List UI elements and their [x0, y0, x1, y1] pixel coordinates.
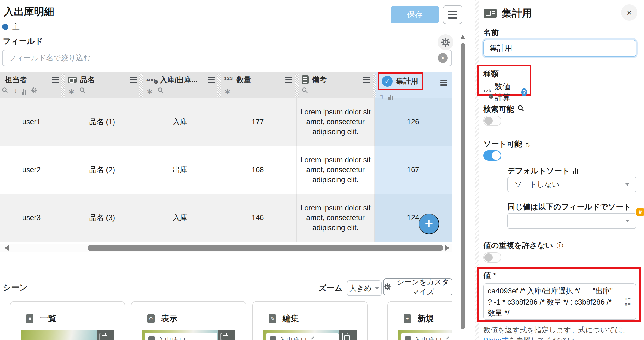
- horizontal-scrollbar-thumb[interactable]: [88, 245, 443, 251]
- editable-pencil-icon: [311, 336, 315, 340]
- new-scene-icon: +: [404, 314, 411, 323]
- clear-icon: ×: [438, 53, 448, 63]
- value-help-text: 数値を返す式を指定します。式については、Platio式を参照してください。: [483, 325, 637, 340]
- table-cell: 入庫: [141, 194, 219, 242]
- searchable-label: 検索可能: [483, 104, 525, 114]
- unique-one-icon: ①: [556, 241, 563, 250]
- note-field-icon: [302, 75, 309, 84]
- select-field-icon: ABC✓: [146, 78, 157, 82]
- add-field-button[interactable]: +: [419, 214, 439, 234]
- table-cell: 品名 (3): [63, 194, 141, 242]
- number-calc-icon: ¹²³x=: [483, 88, 491, 96]
- type-value: 数値計算: [495, 81, 516, 103]
- scroll-up-icon[interactable]: [461, 35, 465, 39]
- column-header-nyuko-shukko[interactable]: ABC✓ 入庫/出庫... ∗: [141, 72, 219, 98]
- premium-crown-icon: ♛: [636, 208, 644, 216]
- value-section-highlighted: 値 * ca4093ef /* 入庫/出庫選択 */ == "出庫" ? -1 …: [477, 267, 641, 322]
- table-cell: Lorem ipsum dolor sit amet, consectetur …: [297, 146, 375, 194]
- zoom-label: ズーム: [318, 283, 342, 294]
- table-cell: 168: [219, 146, 297, 194]
- scene-card-edit[interactable]: ✎ 編集 入出庫日: [252, 301, 368, 340]
- field-detail-panel: 集計用 × 名前 集計用 種類 ¹²³x= 数値計算 ? 検索可能 ソート可能 …: [475, 0, 644, 340]
- save-button[interactable]: 保存: [391, 6, 439, 23]
- fields-settings-gear-icon[interactable]: [438, 34, 453, 50]
- chevron-down-icon: [625, 220, 629, 222]
- table-cell: user3: [0, 194, 63, 242]
- table-cell-selected: 126: [375, 98, 452, 146]
- table-cell-selected: 124: [375, 194, 452, 242]
- selected-field-highlight: ✓ 集計用: [378, 72, 423, 90]
- platio-expression-link[interactable]: Platio式: [483, 336, 509, 340]
- sortable-toggle[interactable]: [483, 150, 501, 161]
- formula-editor-button[interactable]: +−x=: [620, 283, 636, 320]
- default-sort-select[interactable]: ソートしない: [507, 177, 636, 192]
- gear-icon: [384, 283, 391, 291]
- sort-icon: ↑↓: [379, 93, 384, 100]
- column-header-suryo[interactable]: ¹²³ 数量 ∗: [219, 72, 297, 98]
- view-scene-icon: ⊙: [147, 314, 155, 323]
- scene-card-list[interactable]: ≡ 一覧: [10, 301, 125, 340]
- unique-toggle[interactable]: [483, 252, 501, 263]
- searchable-toggle[interactable]: [483, 116, 501, 126]
- close-panel-button[interactable]: ×: [621, 4, 637, 21]
- column-menu-icon[interactable]: [440, 80, 447, 86]
- scroll-left-icon[interactable]: [4, 245, 9, 251]
- scene-card-new[interactable]: + 新規 入出庫日: [387, 301, 452, 340]
- field-search-input[interactable]: [3, 50, 434, 66]
- search-icon: [517, 105, 525, 114]
- field-table: 担当者 ↑↓ 品名 ∗ ABC✓ 入庫/出庫... ∗ ¹: [0, 72, 452, 242]
- column-header-hinmei[interactable]: 品名 ∗: [63, 72, 141, 98]
- scene-preview: 入出庫日: [398, 330, 452, 340]
- scene-card-view[interactable]: ⊙ 表示 入出庫日: [131, 301, 246, 340]
- zoom-select[interactable]: 大きめ: [347, 280, 382, 296]
- overflow-menu-button[interactable]: [443, 5, 462, 24]
- page-title: 入出庫明細: [4, 5, 54, 19]
- panel-title: 集計用: [502, 7, 532, 20]
- record-type-badge: 主: [2, 22, 20, 32]
- calendar-icon: [148, 336, 155, 340]
- table-cell: 出庫: [141, 146, 219, 194]
- horizontal-scrollbar[interactable]: [0, 244, 452, 252]
- scene-preview: 入出庫日: [142, 330, 235, 340]
- search-icon: [302, 87, 308, 95]
- required-star-icon: ∗: [68, 89, 75, 95]
- formula-textarea[interactable]: ca4093ef /* 入庫/出庫選択 */ == "出庫" ? -1 * c3…: [483, 283, 620, 320]
- column-menu-icon[interactable]: [363, 77, 370, 83]
- vertical-scrollbar-thumb[interactable]: [461, 43, 465, 329]
- calendar-icon: [405, 336, 411, 340]
- table-cell: 品名 (1): [63, 98, 141, 146]
- tie-sort-select[interactable]: [507, 213, 636, 229]
- default-sort-label: デフォルトソート: [507, 166, 578, 176]
- scroll-right-icon[interactable]: [445, 245, 450, 251]
- duplicate-icon: [218, 330, 235, 340]
- required-star-icon: ∗: [146, 89, 153, 95]
- table-cell-selected: 167: [375, 146, 452, 194]
- search-clear-button[interactable]: ×: [434, 50, 451, 66]
- chevron-down-icon: [625, 183, 629, 186]
- name-input[interactable]: 集計用: [483, 40, 636, 57]
- table-cell: 177: [219, 98, 297, 146]
- vertical-scrollbar[interactable]: [461, 33, 465, 340]
- column-header-shukeiyo-selected[interactable]: ✓ 集計用 ↑↓: [375, 72, 452, 98]
- column-menu-icon[interactable]: [52, 77, 59, 83]
- unique-label: 値の重複を許さない ①: [483, 240, 563, 251]
- settings-icon: [31, 87, 37, 95]
- table-cell: user1: [0, 98, 63, 146]
- help-icon[interactable]: ?: [521, 88, 527, 96]
- list-scene-icon: ≡: [26, 314, 33, 323]
- primary-dot-icon: [2, 24, 8, 30]
- column-header-tantousha[interactable]: 担当者 ↑↓: [0, 72, 63, 98]
- editable-pencil-icon: [446, 336, 450, 340]
- scene-preview: [21, 330, 114, 340]
- check-circle-icon: ✓: [382, 76, 393, 87]
- scenes-section-label: シーン: [3, 282, 27, 293]
- column-header-biko[interactable]: 備考: [297, 72, 375, 98]
- scene-preview: 入出庫日: [263, 330, 357, 340]
- column-menu-icon[interactable]: [285, 77, 292, 83]
- table-cell: 品名 (2): [63, 146, 141, 194]
- customize-scenes-button[interactable]: シーンをカスタマイズ: [383, 278, 452, 295]
- column-menu-icon[interactable]: [208, 77, 215, 83]
- column-menu-icon[interactable]: [130, 77, 137, 83]
- scenes-section: シーン ズーム 大きめ シーンをカスタマイズ ≡ 一覧 ⊙ 表示: [0, 274, 452, 340]
- type-label: 種類: [483, 69, 527, 79]
